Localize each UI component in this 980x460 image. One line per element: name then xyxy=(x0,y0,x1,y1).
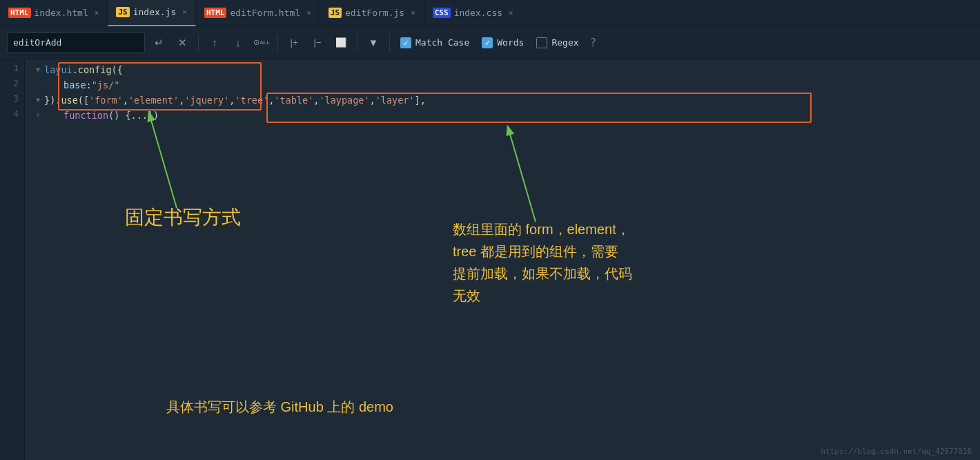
tab-index-css[interactable]: CSS index.css × xyxy=(424,0,522,26)
line-num-1: 1 xyxy=(0,61,19,76)
help-icon: ? xyxy=(587,36,597,49)
divider-2 xyxy=(277,35,278,51)
code-line-4: + function () {...}) xyxy=(33,108,980,123)
divider-1 xyxy=(198,35,199,51)
svg-line-1 xyxy=(508,127,536,222)
regex-checkbox[interactable] xyxy=(536,37,547,48)
code-token: 'laypage' xyxy=(319,93,369,108)
tab-editform-js[interactable]: JS editForm.js × xyxy=(320,0,424,26)
code-token: 'element' xyxy=(128,93,179,108)
code-token: 'tree' xyxy=(235,93,268,108)
code-line-3: ▼ }).use(['form', 'element', 'jquery', '… xyxy=(33,93,980,108)
code-token: use xyxy=(61,93,77,108)
code-token: ({ xyxy=(112,62,123,77)
search-bar: ↵ ✕ ↑ ↓ ⊙ALL |+ |− ⬜ ▼ ✓ Match Case ✓ Wo… xyxy=(0,26,980,59)
divider-4 xyxy=(389,35,390,51)
tab-label: editForm.html xyxy=(230,8,300,18)
tab-close-icon[interactable]: × xyxy=(95,8,99,17)
tab-label: index.js xyxy=(133,7,177,17)
tab-editform-html[interactable]: HTML editForm.html × xyxy=(196,0,320,26)
tab-index-js[interactable]: JS index.js × xyxy=(108,0,196,26)
code-token: base xyxy=(63,77,86,93)
tab-close-icon[interactable]: × xyxy=(306,8,311,17)
annotation-text-2: 数组里面的 form，element，tree 都是用到的组件，需要提前加载，如… xyxy=(453,218,632,307)
code-token: , xyxy=(268,93,274,108)
code-token: . xyxy=(72,62,78,77)
code-token: ([ xyxy=(78,93,89,108)
css-icon: CSS xyxy=(433,8,451,18)
regex-label: Regex xyxy=(551,37,578,48)
line-num-4: 4 xyxy=(0,106,19,122)
code-token: : xyxy=(86,77,92,93)
annotation-text-3: 具体书写可以参考 GitHub 上的 demo xyxy=(166,398,393,416)
code-token: 'layer' xyxy=(375,93,415,108)
code-line-2: base: "js/" xyxy=(33,77,980,93)
code-token: 'form' xyxy=(89,93,123,108)
svg-line-0 xyxy=(149,113,177,208)
replace-button[interactable]: ⬜ xyxy=(331,33,351,52)
words-label: Words xyxy=(497,37,524,48)
regex-option[interactable]: Regex xyxy=(532,32,582,53)
next-match-button[interactable]: ↓ xyxy=(228,33,248,52)
remove-line-button[interactable]: |− xyxy=(308,33,327,52)
tab-close-icon[interactable]: × xyxy=(509,8,513,17)
enter-button[interactable]: ↵ xyxy=(149,33,168,52)
code-token: () { xyxy=(108,108,131,123)
find-all-button[interactable]: ⊙ALL xyxy=(252,33,271,52)
filter-button[interactable]: ▼ xyxy=(364,33,383,52)
tab-close-icon[interactable]: × xyxy=(182,8,187,17)
tab-bar: HTML index.html × JS index.js × HTML edi… xyxy=(0,0,980,26)
search-input[interactable] xyxy=(13,37,124,48)
code-token: , xyxy=(179,93,184,108)
annotation-text-2-content: 数组里面的 form，element，tree 都是用到的组件，需要提前加载，如… xyxy=(453,222,632,303)
code-token: config xyxy=(78,62,112,77)
prev-match-button[interactable]: ↑ xyxy=(205,33,224,52)
watermark: https://blog.csdn.net/qq_42977016 xyxy=(821,447,972,456)
code-token: 'table' xyxy=(274,93,313,108)
js-icon: JS xyxy=(329,8,342,18)
close-search-button[interactable]: ✕ xyxy=(173,33,192,52)
fold-icon-1[interactable]: ▼ xyxy=(33,65,43,75)
tab-label: index.html xyxy=(35,8,88,18)
code-token: , xyxy=(229,93,235,108)
divider-3 xyxy=(357,35,357,51)
words-option[interactable]: ✓ Words xyxy=(478,32,528,53)
code-token: , xyxy=(123,93,128,108)
html-icon: HTML xyxy=(8,8,31,18)
tab-label: index.css xyxy=(454,8,502,18)
code-token: layui xyxy=(44,62,72,77)
match-case-label: Match Case xyxy=(415,37,469,48)
words-checkbox[interactable]: ✓ xyxy=(482,37,493,48)
code-token: function xyxy=(63,108,108,123)
tab-close-icon[interactable]: × xyxy=(411,8,415,17)
code-token: }). xyxy=(44,93,61,108)
code-line-1: ▼ layui.config({ xyxy=(33,62,980,77)
code-token: "js/" xyxy=(92,77,120,93)
js-icon: JS xyxy=(116,7,129,17)
code-token: 'jquery' xyxy=(184,93,229,108)
line-num-3: 3 xyxy=(0,91,19,106)
match-case-option[interactable]: ✓ Match Case xyxy=(396,32,473,53)
html-icon: HTML xyxy=(204,8,227,18)
line-num-2: 2 xyxy=(0,76,19,91)
fold-spacer-4: + xyxy=(33,111,43,120)
code-area[interactable]: ▼ layui.config({ base: "js/" ▼ }).use(['… xyxy=(25,59,980,460)
line-numbers: 1 2 3 4 xyxy=(0,59,25,460)
add-cursor-button[interactable]: |+ xyxy=(284,33,304,52)
match-case-checkbox[interactable]: ✓ xyxy=(400,37,411,48)
code-token: , xyxy=(370,93,375,108)
fold-spacer-2 xyxy=(33,80,43,90)
fold-icon-3[interactable]: ▼ xyxy=(33,95,43,105)
editor-main: 1 2 3 4 ▼ layui.config({ base: "js/" ▼ }… xyxy=(0,59,980,460)
search-input-wrap[interactable] xyxy=(7,32,145,53)
tab-label: editForm.js xyxy=(345,8,404,18)
code-token: ...}) xyxy=(131,108,159,123)
annotation-text-1: 固定书写方式 xyxy=(125,204,241,231)
code-token: , xyxy=(313,93,319,108)
code-token: ], xyxy=(415,93,426,108)
tab-index-html[interactable]: HTML index.html × xyxy=(0,0,108,26)
